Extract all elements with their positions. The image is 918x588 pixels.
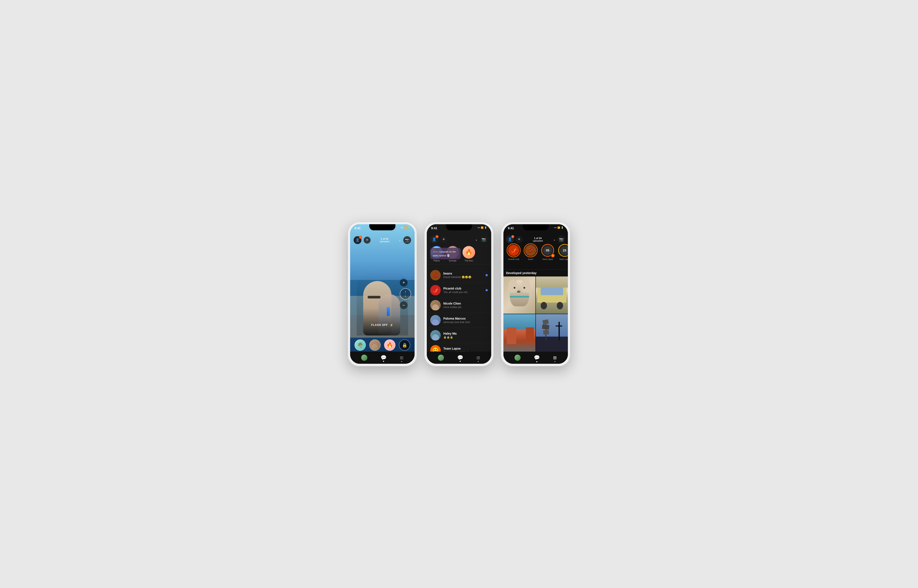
battery-icon: 🔋 bbox=[484, 226, 487, 229]
vol-up-button[interactable] bbox=[423, 252, 424, 261]
paloma-avatar bbox=[430, 315, 441, 325]
wifi-icon: 📶 bbox=[404, 226, 407, 229]
haley-content: Haley Ma 🔒🔒🔒 bbox=[443, 332, 488, 339]
status-time: 9:41 bbox=[431, 226, 437, 230]
haley-avatar bbox=[430, 330, 441, 341]
photo-car[interactable] bbox=[536, 276, 568, 314]
message-icon: 💬 bbox=[457, 355, 463, 360]
camera-button[interactable]: 📷 bbox=[480, 236, 488, 243]
fire-emoji: 🔥 bbox=[386, 342, 393, 348]
status-time: 9:41 bbox=[354, 226, 360, 230]
vol-up-button[interactable] bbox=[347, 252, 347, 261]
chili-emoji: 🌶️ bbox=[511, 247, 517, 253]
nav-messages[interactable]: 💬 bbox=[534, 355, 540, 360]
unread-dot bbox=[486, 274, 488, 276]
picante-avatar: 🌶️ bbox=[430, 285, 441, 296]
story-label-georgie: Georgie bbox=[449, 260, 457, 262]
add-friend-button[interactable]: 👤 5 bbox=[506, 236, 514, 243]
timer-number: 05 bbox=[546, 249, 550, 252]
nav-profile[interactable] bbox=[438, 355, 444, 361]
photo-street[interactable] bbox=[503, 314, 535, 352]
active-dot bbox=[460, 361, 461, 362]
nicole-content: Nicole Chen more invites pls bbox=[443, 302, 488, 309]
bottom-navigation: 💬 ⊞ bbox=[427, 352, 491, 364]
message-item-haley[interactable]: Haley Ma 🔒🔒🔒 bbox=[427, 328, 491, 343]
story-group-teamlapse2[interactable]: 23 2 Team Lapse bbox=[557, 243, 568, 269]
status-icons: ▪▪▪ 📶 🔋 bbox=[477, 226, 487, 229]
zoom-plus-button[interactable]: + bbox=[400, 279, 407, 286]
status-icons: ▪▪▪ 📶 🔋 bbox=[401, 226, 410, 229]
paloma-name: Paloma Marcos bbox=[443, 317, 488, 320]
grid-icon: ⊞ bbox=[553, 355, 557, 360]
plus-icon: + bbox=[366, 238, 368, 242]
story-group-beans[interactable]: 🫘 beans bbox=[523, 243, 538, 269]
active-dot bbox=[536, 361, 537, 362]
photo-cross[interactable] bbox=[536, 314, 568, 352]
scroll-control[interactable]: ↑ ↓ bbox=[400, 288, 411, 300]
street-image bbox=[503, 314, 535, 352]
chevron-down-icon[interactable]: ⌄ bbox=[398, 238, 401, 242]
vol-down-button[interactable] bbox=[423, 264, 424, 273]
timer-number2: 23 bbox=[563, 249, 566, 252]
story-group-teamlapse1[interactable]: 05 1 Team Lapse bbox=[540, 243, 555, 269]
add-person-icon: 👤 bbox=[356, 238, 360, 242]
flash-label: FLASH OFF bbox=[371, 323, 388, 326]
vol-down-button[interactable] bbox=[347, 264, 347, 273]
nav-profile[interactable] bbox=[361, 355, 367, 361]
power-button[interactable] bbox=[571, 248, 571, 261]
minus-icon: − bbox=[402, 303, 405, 308]
unread-dot bbox=[486, 289, 488, 291]
photo-bulldog[interactable] bbox=[503, 276, 535, 314]
camera-button[interactable]: 📷 bbox=[558, 236, 565, 243]
plus-icon: + bbox=[518, 237, 520, 242]
nav-grid[interactable]: ⊞ bbox=[553, 355, 557, 360]
story-palm[interactable]: 🌴 bbox=[354, 339, 366, 351]
message-item-teamlapse[interactable]: 😊 Team Lapse James new build live! bbox=[427, 343, 491, 352]
add-button[interactable]: + bbox=[364, 237, 370, 244]
wifi-icon: 📶 bbox=[558, 226, 560, 229]
camera-icon: 📷 bbox=[482, 237, 486, 241]
story-person[interactable] bbox=[369, 339, 381, 351]
header-left: 👤 5 + bbox=[430, 236, 447, 243]
chevron-down-icon[interactable]: ⌄ bbox=[475, 238, 478, 241]
teamlapse-name: Team Lapse bbox=[443, 347, 488, 350]
zoom-minus-button[interactable]: − bbox=[400, 301, 407, 309]
nav-profile[interactable] bbox=[514, 355, 520, 361]
notification-badge: 5 bbox=[359, 236, 362, 239]
picante-name: Picanté club bbox=[443, 287, 483, 290]
vol-down-button[interactable] bbox=[500, 264, 501, 273]
power-button[interactable] bbox=[494, 248, 495, 261]
add-button[interactable]: + bbox=[516, 236, 523, 243]
chevron-down-icon[interactable]: ⌄ bbox=[553, 238, 556, 241]
nav-camera[interactable]: 💬 bbox=[381, 355, 386, 360]
flash-indicator[interactable]: FLASH OFF ⚡ bbox=[371, 323, 393, 327]
story-bois[interactable]: 🔥 The bois bbox=[462, 246, 475, 262]
message-item-nicole[interactable]: Nicole Chen more invites pls bbox=[427, 298, 491, 313]
story-fire[interactable]: 🔥 bbox=[384, 339, 395, 351]
story-label-palma: Palma bbox=[433, 260, 440, 262]
camera-icon-button[interactable]: 📷 bbox=[403, 236, 411, 244]
add-button[interactable]: + bbox=[440, 236, 447, 243]
beans-emoji: 🫘 bbox=[528, 247, 534, 253]
vol-up-button[interactable] bbox=[500, 252, 501, 261]
message-header: 👤 5 + ⌄ 📷 bbox=[427, 234, 491, 245]
story-group-picante[interactable]: 🌶️ Picanté Club bbox=[506, 243, 521, 269]
paloma-content: Paloma Marcos seriously love that shot bbox=[443, 317, 488, 324]
nav-messages[interactable]: 💬 bbox=[457, 355, 463, 360]
add-friend-button[interactable]: 👤 5 bbox=[354, 236, 362, 244]
lock-button[interactable]: 🔒 bbox=[399, 339, 410, 351]
message-item-paloma[interactable]: Paloma Marcos seriously love that shot bbox=[427, 313, 491, 328]
message-item-picante[interactable]: 🌶️ Picanté club You 🌶 could you not bbox=[427, 283, 491, 298]
add-friend-button[interactable]: 👤 5 bbox=[430, 236, 438, 243]
arrow-down-icon: ↓ bbox=[404, 294, 406, 298]
power-button[interactable] bbox=[417, 248, 418, 261]
grid-icon: ⊞ bbox=[400, 355, 404, 360]
signal-icon: ▪▪▪ bbox=[554, 226, 556, 229]
nav-grid[interactable]: ⊞ bbox=[477, 355, 480, 360]
bois-avatar: 🔥 bbox=[462, 246, 475, 258]
story-label-beans: beans bbox=[528, 258, 533, 260]
message-item-beans[interactable]: 🫘 beans David hahahah 😂😂😂 bbox=[427, 268, 491, 283]
photo-count: 1 of 24 bbox=[380, 237, 390, 240]
nav-grid[interactable]: ⊞ bbox=[400, 355, 404, 360]
chat-bubble-icon: 💬 bbox=[381, 355, 386, 360]
